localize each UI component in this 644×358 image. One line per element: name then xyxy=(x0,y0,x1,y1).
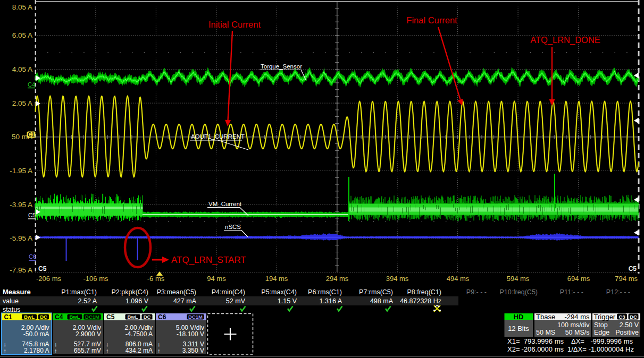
svg-text:C5: C5 xyxy=(28,212,36,218)
svg-text:-294 ms: -294 ms xyxy=(565,313,590,321)
svg-text:DC: DC xyxy=(40,314,47,320)
svg-text:P12:- - -: P12:- - - xyxy=(606,288,630,296)
svg-text:434.2 mA: 434.2 mA xyxy=(126,347,153,354)
svg-text:-106 ms: -106 ms xyxy=(83,275,108,283)
svg-text:P3:mean(C5): P3:mean(C5) xyxy=(157,288,196,296)
svg-text:8.05 A: 8.05 A xyxy=(12,3,32,11)
svg-text:494 ms: 494 ms xyxy=(447,275,470,283)
svg-text:-4.7500 A: -4.7500 A xyxy=(126,330,153,338)
svg-text:P8:freq(C1): P8:freq(C1) xyxy=(407,288,441,296)
svg-text:-5.95 A: -5.95 A xyxy=(10,234,32,242)
svg-text:BwL: BwL xyxy=(69,314,80,320)
svg-text:2.05 A: 2.05 A xyxy=(12,99,32,107)
svg-text:Torque_Sensor: Torque_Sensor xyxy=(261,63,302,70)
svg-text:ATQ_LRN_DONE: ATQ_LRN_DONE xyxy=(530,35,600,45)
svg-text:↑: ↑ xyxy=(4,347,7,354)
svg-text:P10:freq(C5): P10:freq(C5) xyxy=(499,288,538,296)
svg-text:-18.100 V: -18.100 V xyxy=(177,330,204,338)
svg-text:↓: ↓ xyxy=(106,341,109,347)
svg-text:2.1780 A: 2.1780 A xyxy=(24,347,49,354)
svg-text:↑: ↑ xyxy=(106,347,109,354)
svg-text:DC: DC xyxy=(144,314,151,320)
svg-text:C1: C1 xyxy=(4,313,13,321)
svg-text:-3.95 A: -3.95 A xyxy=(10,201,32,209)
svg-text:Measure: Measure xyxy=(3,288,31,296)
svg-text:BwL: BwL xyxy=(127,314,138,320)
svg-text:2.52 A: 2.52 A xyxy=(78,297,97,305)
svg-text:3.350 V: 3.350 V xyxy=(182,347,204,354)
svg-text:C4: C4 xyxy=(28,81,35,88)
svg-text:VM_Current: VM_Current xyxy=(208,201,242,207)
svg-text:nSCS: nSCS xyxy=(225,224,241,230)
svg-text:P1:max(C1): P1:max(C1) xyxy=(61,288,97,296)
svg-text:1.15 V: 1.15 V xyxy=(278,297,297,305)
svg-text:-6 ms: -6 ms xyxy=(147,275,165,283)
svg-text:Stop: Stop xyxy=(594,321,608,329)
svg-text:DC1M: DC1M xyxy=(188,314,203,320)
svg-text:-206.0000 ms: -206.0000 ms xyxy=(522,345,564,353)
svg-text:594 ms: 594 ms xyxy=(507,275,530,283)
svg-text:1.316 A: 1.316 A xyxy=(320,297,342,305)
svg-text:Edge: Edge xyxy=(594,329,609,336)
svg-text:C1: C1 xyxy=(28,132,35,138)
svg-text:AOUT1_CURRENT: AOUT1_CURRENT xyxy=(191,133,245,140)
svg-text:C3: C3 xyxy=(618,314,625,320)
svg-text:↓: ↓ xyxy=(54,341,57,347)
svg-text:DC1M: DC1M xyxy=(85,314,99,320)
svg-text:P7:rms(C5): P7:rms(C5) xyxy=(359,288,393,296)
svg-text:694 ms: 694 ms xyxy=(567,275,590,283)
svg-text:P2:pkpk(C4): P2:pkpk(C4) xyxy=(112,288,148,296)
svg-text:P11:- - -: P11:- - - xyxy=(560,288,583,296)
svg-text:Tbase: Tbase xyxy=(536,313,555,321)
svg-text:-1.95 A: -1.95 A xyxy=(10,167,32,175)
svg-text:2.50 V: 2.50 V xyxy=(620,321,639,329)
svg-text:1.096 V: 1.096 V xyxy=(126,297,149,305)
svg-text:BwL: BwL xyxy=(24,314,35,320)
svg-text:Positive: Positive xyxy=(615,329,639,336)
svg-text:50 MS/s: 50 MS/s xyxy=(565,329,590,336)
svg-text:P6:rms(C1): P6:rms(C1) xyxy=(308,288,342,296)
svg-text:52 mV: 52 mV xyxy=(226,297,246,305)
svg-text:-7.95 A: -7.95 A xyxy=(10,266,32,274)
svg-text:X2=: X2= xyxy=(507,345,520,353)
svg-text:C4: C4 xyxy=(55,313,63,321)
svg-text:394 ms: 394 ms xyxy=(386,275,409,283)
svg-text:793.9996 ms: 793.9996 ms xyxy=(524,337,564,345)
svg-text:↑: ↑ xyxy=(54,347,57,354)
svg-text:2.9000 V: 2.9000 V xyxy=(76,330,101,338)
svg-text:P4:min(C4): P4:min(C4) xyxy=(212,288,245,296)
svg-text:-206 ms: -206 ms xyxy=(36,275,61,283)
svg-text:6.05 A: 6.05 A xyxy=(12,31,32,39)
svg-text:194 ms: 194 ms xyxy=(265,275,288,283)
svg-text:↑: ↑ xyxy=(157,347,161,354)
svg-text:C6: C6 xyxy=(158,313,166,321)
svg-text:4.05 A: 4.05 A xyxy=(12,65,32,73)
svg-text:294 ms: 294 ms xyxy=(326,275,349,283)
svg-text:C5: C5 xyxy=(629,265,637,272)
svg-text:C5: C5 xyxy=(106,313,115,321)
svg-text:HD: HD xyxy=(514,313,524,321)
svg-text:-999.9996 ms: -999.9996 ms xyxy=(591,337,633,345)
svg-text:P5:max(C4): P5:max(C4) xyxy=(261,288,297,296)
svg-text:-1.0000004 Hz: -1.0000004 Hz xyxy=(589,345,634,353)
svg-text:C6: C6 xyxy=(29,253,36,260)
svg-text:46.872328 Hz: 46.872328 Hz xyxy=(400,297,441,305)
svg-text:794 ms: 794 ms xyxy=(615,275,638,283)
svg-text:C5: C5 xyxy=(38,265,47,272)
svg-text:value: value xyxy=(3,297,19,305)
svg-text:Initial Current: Initial Current xyxy=(208,20,261,29)
svg-text:50 MS: 50 MS xyxy=(536,329,555,336)
svg-text:status: status xyxy=(3,306,20,313)
svg-text:Trigger: Trigger xyxy=(594,313,616,321)
svg-text:100 ms/div: 100 ms/div xyxy=(557,321,590,329)
svg-text:X1=: X1= xyxy=(507,337,520,345)
svg-text:↓: ↓ xyxy=(157,341,161,347)
svg-text:-50.0 mA: -50.0 mA xyxy=(23,330,49,338)
svg-text:655.7 mV: 655.7 mV xyxy=(74,347,101,354)
svg-text:12 Bits: 12 Bits xyxy=(508,325,529,333)
svg-text:Final Current: Final Current xyxy=(406,15,457,25)
svg-text:ATQ_LRN_START: ATQ_LRN_START xyxy=(171,255,246,265)
svg-text:94 ms: 94 ms xyxy=(207,275,226,283)
svg-text:ΔX=: ΔX= xyxy=(571,337,584,345)
svg-text:DC: DC xyxy=(630,314,637,320)
